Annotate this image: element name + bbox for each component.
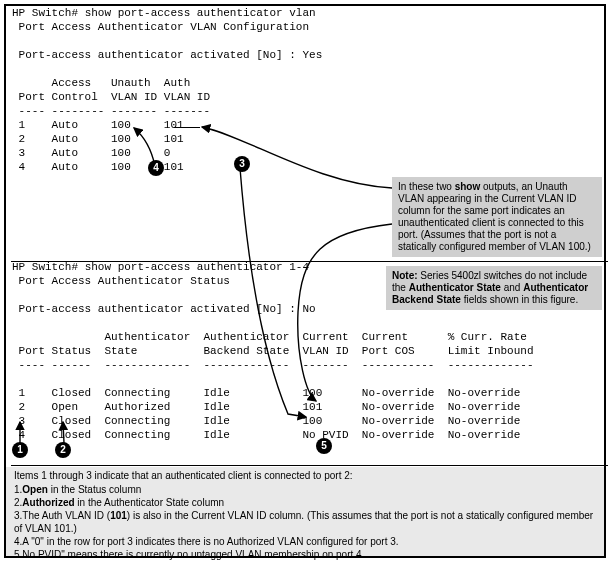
table-row: 3 Auto 100 0 [12,147,170,159]
legend-lead: Items 1 through 3 indicate that an authe… [14,469,596,482]
cli-prompt: HP Switch# [12,261,85,273]
badge-1 [12,442,28,458]
cli-title: Port Access Authenticator VLAN Configura… [12,21,309,33]
callout-note-5400zl: Note: Series 5400zl switches do not incl… [386,266,602,310]
table-row: 1 Closed Connecting Idle 100 No-override… [12,387,520,399]
cli-activated-value: Yes [302,49,322,61]
cli-header-row: Access Unauth Auth [12,77,190,89]
legend-item-3: 3.The Auth VLAN ID (101) is also in the … [14,509,596,535]
cli-title: Port Access Authenticator Status [12,275,230,287]
cli-sep-row: ---- ------ ------------- ------------- … [12,359,534,371]
cli-prompt: HP Switch# [12,7,85,19]
table-row: 4 Closed Connecting Idle No PVID No-over… [12,429,520,441]
badge-2 [55,442,71,458]
legend-item-1: 1.Open in the Status column [14,483,596,496]
cli-header-row: Port Control VLAN ID VLAN ID [12,91,210,103]
cli-header-row: Port Status State Backend State VLAN ID … [12,345,534,357]
strikethrough-auth-vlan-101 [174,127,200,128]
table-row: 2 Auto 100 101 [12,133,184,145]
table-row: 2 Open Authorized Idle 101 No-override N… [12,401,520,413]
legend-footer: Items 1 through 3 indicate that an authe… [6,467,604,556]
table-row: 1 Auto 100 101 [12,119,184,131]
cli-output-vlan: HP Switch# show port-access authenticato… [6,6,328,174]
table-row: 4 Auto 100 101 [12,161,184,173]
cli-activated-label: Port-access authenticator activated [No]… [12,303,302,315]
legend-item-5: 5.No PVID" means there is currently no u… [14,548,596,561]
cli-activated-value: No [302,303,315,315]
cli-header-row: Authenticator Authenticator Current Curr… [12,331,527,343]
hrule [11,465,608,466]
cli-command: show port-access authenticator 1-4 [85,261,309,273]
cli-command: show port-access authenticator vlan [85,7,316,19]
cli-activated-label: Port-access authenticator activated [No]… [12,49,302,61]
table-row: 3 Closed Connecting Idle 100 No-override… [12,415,520,427]
legend-item-2: 2.Authorized in the Authenticator State … [14,496,596,509]
legend-item-4: 4.A "0" in the row for port 3 indicates … [14,535,596,548]
cli-sep-row: ---- -------- ------- ------- [12,105,210,117]
callout-note-unauth-vlan: In these two show outputs, an Unauth VLA… [392,177,602,257]
